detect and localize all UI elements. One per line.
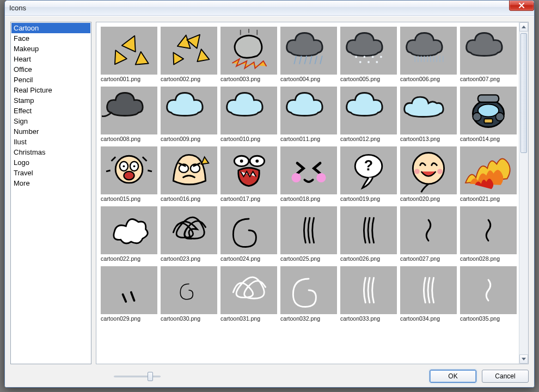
thumbnail-caption: cartoon019.png: [340, 195, 397, 202]
vertical-scrollbar[interactable]: [519, 22, 528, 364]
thumbnail-item[interactable]: cartoon003.png: [220, 27, 277, 82]
thumbnail-caption: cartoon013.png: [400, 136, 457, 142]
svg-point-39: [240, 160, 243, 163]
scroll-down-button[interactable]: [519, 354, 528, 364]
thumbnail-item[interactable]: cartoon032.png: [280, 266, 337, 322]
thumbnail-item[interactable]: cartoon016.png: [161, 146, 217, 202]
thumbnail-swatch: [280, 206, 337, 254]
thumbnail-item[interactable]: cartoon025.png: [280, 206, 337, 262]
thumbnail-item[interactable]: cartoon027.png: [400, 206, 457, 262]
thumbnail-swatch: [101, 146, 157, 194]
thumbnail-item[interactable]: cartoon031.png: [220, 266, 277, 322]
thumbnail-caption: cartoon018.png: [280, 195, 337, 202]
svg-point-26: [473, 113, 481, 121]
thumbnail-swatch: [220, 27, 277, 75]
thumbnail-item[interactable]: cartoon008.png: [101, 87, 157, 142]
category-item[interactable]: More: [11, 178, 90, 188]
thumbnail-item[interactable]: cartoon014.png: [460, 87, 517, 142]
thumbnail-item[interactable]: cartoon033.png: [340, 266, 397, 322]
thumbnail-item[interactable]: cartoon023.png: [161, 206, 217, 262]
thumbnail-swatch: [220, 146, 277, 194]
category-listbox[interactable]: CartoonFaceMakeupHeartOfficePencilReal P…: [10, 22, 91, 364]
thumbnail-item[interactable]: cartoon004.png: [280, 27, 337, 82]
thumbnail-item[interactable]: cartoon009.png: [161, 87, 217, 142]
svg-point-11: [376, 61, 378, 63]
thumbnail-swatch: [161, 87, 217, 134]
category-item[interactable]: Pencil: [11, 75, 90, 85]
thumbnail-swatch: [280, 266, 337, 314]
category-item[interactable]: Number: [11, 126, 90, 137]
thumbnail-item[interactable]: cartoon022.png: [101, 206, 157, 262]
category-item[interactable]: Cartoon: [11, 23, 90, 33]
thumbnail-item[interactable]: cartoon030.png: [161, 266, 217, 322]
svg-text:?: ?: [364, 157, 373, 174]
thumbnail-item[interactable]: cartoon007.png: [460, 27, 517, 82]
thumbnail-item[interactable]: cartoon010.png: [220, 87, 277, 142]
thumbnail-swatch: [101, 87, 157, 134]
thumbnail-caption: cartoon010.png: [220, 136, 277, 142]
zoom-slider[interactable]: [114, 371, 161, 381]
thumbnail-item[interactable]: cartoon029.png: [101, 266, 157, 322]
slider-thumb[interactable]: [148, 372, 153, 381]
category-item[interactable]: Christmas: [11, 147, 90, 157]
category-item[interactable]: Travel: [11, 168, 90, 178]
thumbnail-swatch: [101, 206, 157, 254]
main-area: CartoonFaceMakeupHeartOfficePencilReal P…: [10, 22, 529, 364]
cancel-button[interactable]: Cancel: [482, 370, 529, 383]
close-button[interactable]: [509, 0, 534, 11]
thumbnail-item[interactable]: cartoon034.png: [400, 266, 457, 322]
svg-point-34: [124, 171, 134, 180]
thumbnail-caption: cartoon023.png: [161, 255, 217, 262]
category-item[interactable]: Stamp: [11, 95, 90, 106]
scroll-thumb[interactable]: [520, 33, 527, 153]
thumbnail-item[interactable]: cartoon012.png: [340, 87, 397, 142]
thumbnail-item[interactable]: cartoon017.png: [220, 146, 277, 202]
svg-point-6: [355, 56, 357, 58]
thumbnail-item[interactable]: cartoon035.png: [460, 266, 517, 322]
titlebar: Icons: [5, 1, 534, 16]
thumbnail-item[interactable]: cartoon028.png: [460, 206, 517, 262]
thumbnail-item[interactable]: cartoon026.png: [340, 206, 397, 262]
thumbnail-caption: cartoon006.png: [400, 76, 457, 82]
dialog-client: CartoonFaceMakeupHeartOfficePencilReal P…: [5, 16, 534, 387]
category-item[interactable]: Effect: [11, 106, 90, 116]
thumbnail-item[interactable]: cartoon006.png: [400, 27, 457, 82]
chevron-down-icon: [522, 358, 526, 360]
ok-button[interactable]: OK: [430, 370, 476, 383]
thumbnail-caption: cartoon008.png: [101, 136, 157, 142]
category-item[interactable]: Heart: [11, 54, 90, 64]
thumbnail-item[interactable]: cartoon021.png: [460, 146, 517, 202]
svg-line-2: [304, 56, 307, 64]
thumbnail-caption: cartoon026.png: [340, 255, 397, 262]
thumbnail-item[interactable]: cartoon002.png: [161, 27, 217, 82]
thumbnail-item[interactable]: cartoon020.png: [400, 146, 457, 202]
svg-point-7: [359, 61, 362, 63]
thumbnail-item[interactable]: cartoon013.png: [400, 87, 457, 142]
thumbnail-swatch: [400, 27, 457, 75]
thumbnail-caption: cartoon002.png: [161, 76, 217, 82]
chevron-up-icon: [522, 26, 526, 28]
thumbnail-swatch: [400, 87, 457, 134]
thumbnail-caption: cartoon033.png: [340, 315, 397, 322]
category-item[interactable]: Logo: [11, 157, 90, 168]
svg-point-10: [372, 56, 374, 58]
thumbnail-item[interactable]: cartoon011.png: [280, 87, 337, 142]
thumbnail-item[interactable]: cartoon024.png: [220, 206, 277, 262]
category-item[interactable]: Makeup: [11, 44, 90, 54]
thumbnail-swatch: [400, 146, 457, 194]
category-item[interactable]: Sign: [11, 116, 90, 126]
category-item[interactable]: Office: [11, 64, 90, 75]
category-item[interactable]: Real Picture: [11, 85, 90, 95]
svg-point-12: [380, 56, 382, 58]
svg-point-45: [413, 153, 444, 184]
category-item[interactable]: Ilust: [11, 137, 90, 147]
scroll-up-button[interactable]: [519, 22, 528, 32]
thumbnail-item[interactable]: cartoon005.png: [340, 27, 397, 82]
thumbnail-item[interactable]: cartoon018.png: [280, 146, 337, 202]
thumbnail-item[interactable]: ?cartoon019.png: [340, 146, 397, 202]
thumbnail-item[interactable]: cartoon015.png: [101, 146, 157, 202]
thumbnail-caption: cartoon024.png: [220, 255, 277, 262]
category-item[interactable]: Face: [11, 33, 90, 44]
thumbnail-viewport: cartoon001.pngcartoon002.png cartoon003.…: [96, 22, 519, 364]
thumbnail-item[interactable]: cartoon001.png: [101, 27, 157, 82]
